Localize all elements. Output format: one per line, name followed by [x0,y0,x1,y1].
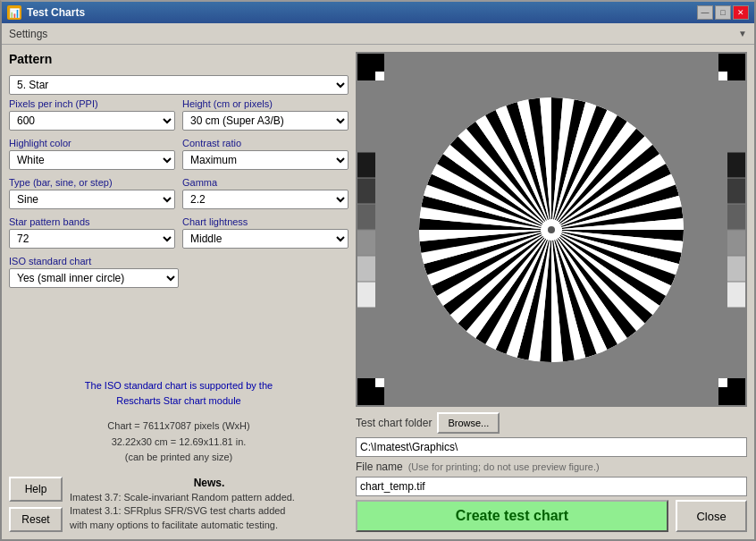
corner-marker-br [718,378,745,405]
news-text: Imatest 3.7: Scale-invariant Random patt… [70,491,349,532]
bands-lightness-row: Star pattern bands 72 Chart lightness Mi… [9,216,349,249]
bands-label: Star pattern bands [9,216,175,227]
main-content: Pattern 5. Star Pixels per inch (PPI) 60… [2,45,754,539]
chart-preview [356,52,747,407]
ppi-select[interactable]: 600 [9,111,175,131]
gray-patch-r1 [727,152,745,177]
gray-patch-r5 [727,256,745,281]
gray-patch-r2 [727,178,745,203]
minimize-button[interactable]: — [697,5,713,20]
gray-patches-right [727,152,745,307]
action-row: Create test chart Close [356,500,747,532]
highlight-contrast-row: Highlight color White Contrast ratio Max… [9,138,349,170]
highlight-select[interactable]: White [9,150,175,170]
corner-marker-bl [357,378,384,405]
ppi-col: Pixels per inch (PPI) 600 [9,98,175,131]
titlebar: 📊 Test Charts — □ ✕ [2,2,754,23]
lightness-label: Chart lightness [182,216,349,227]
gray-patch-1 [357,152,375,177]
pattern-select[interactable]: 5. Star [9,75,349,95]
iso-col: ISO standard chart Yes (small inner circ… [9,256,179,371]
window-title: Test Charts [27,6,692,19]
folder-input-row [356,437,747,457]
menubar: Settings ▼ [2,23,754,45]
corner-marker-tr [718,54,745,80]
gray-patch-r6 [727,282,745,307]
left-panel: Pattern 5. Star Pixels per inch (PPI) 60… [9,52,349,532]
news-area: Help Reset News. Imatest 3.7: Scale-inva… [9,477,349,532]
type-col: Type (bar, sine, or step) Sine [9,177,175,209]
close-window-button[interactable]: ✕ [733,5,749,20]
gray-patch-r3 [727,204,745,229]
filename-hint: (Use for printing; do not use preview fi… [408,461,600,472]
window-controls: — □ ✕ [697,5,749,20]
lightness-select[interactable]: Middle [182,229,349,249]
height-label: Height (cm or pixels) [182,98,349,109]
bottom-controls: Test chart folder Browse... File name (U… [356,412,747,532]
filename-label-row: File name (Use for printing; do not use … [356,461,747,473]
height-select[interactable]: 30 cm (Super A3/B) [182,111,349,131]
ppi-height-row: Pixels per inch (PPI) 600 Height (cm or … [9,98,349,131]
type-gamma-row: Type (bar, sine, or step) Sine Gamma 2.2 [9,177,349,209]
gray-patch-r4 [727,230,745,255]
gray-patch-3 [357,204,375,229]
chart-dimensions: Chart = 7611x7087 pixels (WxH) 32.22x30 … [9,418,349,466]
news-title: News. [70,477,349,489]
gamma-select[interactable]: 2.2 [182,190,349,209]
contrast-col: Contrast ratio Maximum [182,138,349,170]
browse-button[interactable]: Browse... [437,412,500,434]
main-window: 📊 Test Charts — □ ✕ Settings ▼ Pattern 5… [0,0,756,541]
settings-menu[interactable]: Settings [9,28,47,40]
gamma-label: Gamma [182,177,349,188]
star-chart-svg [417,96,685,364]
filename-input[interactable] [356,477,747,496]
app-icon: 📊 [7,5,21,20]
iso-info: The ISO standard chart is supported by t… [9,378,349,408]
maximize-button[interactable]: □ [715,5,731,20]
type-label: Type (bar, sine, or step) [9,177,175,188]
news-col: News. Imatest 3.7: Scale-invariant Rando… [70,477,349,532]
gray-patch-4 [357,230,375,255]
ppi-label: Pixels per inch (PPI) [9,98,175,109]
folder-label: Test chart folder [356,417,432,429]
right-panel: Test chart folder Browse... File name (U… [356,52,747,532]
create-chart-button[interactable]: Create test chart [356,500,668,532]
filename-input-row [356,477,747,496]
iso-select[interactable]: Yes (small inner circle) [9,268,179,288]
height-col: Height (cm or pixels) 30 cm (Super A3/B) [182,98,349,131]
lightness-col: Chart lightness Middle [182,216,349,249]
contrast-select[interactable]: Maximum [182,150,349,170]
bands-col: Star pattern bands 72 [9,216,175,249]
gray-patch-6 [357,282,375,307]
highlight-col: Highlight color White [9,138,175,170]
reset-button[interactable]: Reset [9,507,63,532]
highlight-label: Highlight color [9,138,175,148]
gray-patch-5 [357,256,375,281]
gray-patches-left [357,152,375,307]
contrast-label: Contrast ratio [182,138,349,148]
corner-marker-tl [357,54,384,80]
iso-label: ISO standard chart [9,256,179,266]
gamma-col: Gamma 2.2 [182,177,349,209]
filename-label: File name [356,461,403,473]
type-select[interactable]: Sine [9,190,175,209]
action-buttons: Help Reset [9,477,63,532]
svg-point-5 [548,226,555,233]
section-title: Pattern [9,52,349,66]
close-button[interactable]: Close [676,500,747,532]
help-button[interactable]: Help [9,477,63,502]
folder-row: Test chart folder Browse... [356,412,747,434]
folder-input[interactable] [356,437,747,457]
menubar-arrow: ▼ [738,29,747,38]
bands-select[interactable]: 72 [9,229,175,249]
gray-patch-2 [357,178,375,203]
